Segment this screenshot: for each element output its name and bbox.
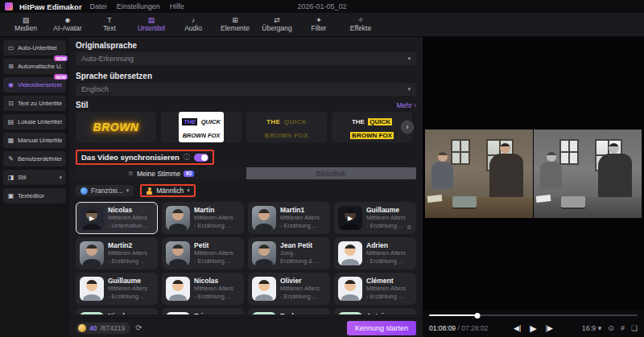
voice-card[interactable]: Martin1 Mittleren Alters - Erzählung ... bbox=[248, 202, 330, 234]
original-language-select[interactable]: Auto-Erkennung ▾ bbox=[76, 52, 416, 65]
voice-card[interactable]: Martin2 Mittleren Alters - Erzählung ... bbox=[76, 237, 158, 269]
sidebar-item[interactable]: ⊞ Automatische U... NEW bbox=[3, 59, 66, 74]
toolbar-tab[interactable]: ▧ Medien bbox=[6, 13, 45, 37]
tab-my-voice[interactable]: ☆ Meine Stimme KI bbox=[76, 167, 246, 179]
avatar bbox=[166, 241, 190, 265]
toolbar-tab[interactable]: ⊞ Elemente bbox=[216, 13, 254, 37]
avatar bbox=[252, 241, 276, 265]
chevron-down-icon: ▾ bbox=[407, 55, 411, 62]
total-time: 07:28:02 bbox=[461, 324, 488, 332]
sidebar-item[interactable]: ◨ Stil ▾ bbox=[3, 170, 66, 185]
voice-card[interactable]: Antoine Jung - Informativ bbox=[334, 308, 416, 314]
sidebar-item-icon: ▭ bbox=[7, 44, 14, 51]
voice-card[interactable]: Tenko Jung - Erzählung & bbox=[248, 308, 330, 314]
voice-name: Martin2 bbox=[108, 241, 147, 249]
fullscreen-icon[interactable]: ❏ bbox=[631, 324, 638, 332]
voice-desc-line1: Mittleren Alters bbox=[194, 214, 233, 222]
voice-desc-line2: - Erzählung ... bbox=[194, 293, 233, 301]
translate-language-select[interactable]: Englisch ▾ bbox=[76, 83, 416, 96]
player-controls: 01:08:09 / 07:28:02 ◀| ▶ |▶ 16:9 ▾ ⊙ # ❏ bbox=[423, 310, 644, 337]
refresh-icon[interactable]: ⟳ bbox=[135, 323, 142, 332]
toolbar-tab[interactable]: ▤ Untertitel bbox=[132, 13, 171, 37]
voice-gender-dropdown[interactable]: Männlich ▾ bbox=[140, 184, 196, 197]
style-more-link[interactable]: Mehr › bbox=[396, 101, 416, 109]
voice-name: Jean Petit bbox=[280, 241, 319, 249]
sidebar-item-label: Benutzerdefiniert bbox=[18, 155, 62, 162]
voice-card[interactable]: Nicolas Jung - Unterhaltung bbox=[76, 308, 158, 314]
menu-item[interactable]: Datei bbox=[89, 2, 109, 10]
voice-card[interactable]: Olivier Mittleren Alters - Erzählung ... bbox=[248, 273, 330, 305]
subtitle-style-card[interactable]: BROWN bbox=[76, 112, 156, 142]
voice-card[interactable]: Adrien Mittleren Alters - Erzählung ... bbox=[334, 237, 416, 269]
sidebar-item[interactable]: ✎ Benutzerdefiniert bbox=[3, 151, 66, 166]
sidebar-item-icon: ▣ bbox=[7, 192, 14, 199]
voice-card[interactable]: Jean Petit Jung - Erzählung & ... bbox=[248, 237, 330, 269]
sync-video-toggle[interactable] bbox=[194, 154, 208, 162]
toolbar-tab[interactable]: ☻ AI-Avatar bbox=[48, 13, 87, 37]
voice-name: Antoine bbox=[366, 312, 392, 314]
sidebar-item[interactable]: ▣ Texteditor bbox=[3, 188, 66, 203]
voice-desc-line1: Mittleren Alters bbox=[280, 285, 320, 293]
style-strip-next-button[interactable]: › bbox=[401, 121, 414, 134]
voice-card[interactable]: Eric Mittleren Alters - Werbung bbox=[162, 308, 244, 314]
voice-desc-line1: Mittleren Alters bbox=[366, 285, 406, 293]
subtitle-style-card[interactable]: THE QUICK BROWN FOX bbox=[332, 112, 412, 142]
voice-name: Adrien bbox=[366, 241, 406, 249]
app-logo-icon bbox=[5, 2, 13, 10]
avatar: ▶ bbox=[338, 206, 362, 230]
seek-bar-handle[interactable] bbox=[474, 313, 480, 319]
voice-name: Martin1 bbox=[280, 206, 320, 214]
video-preview[interactable] bbox=[423, 37, 644, 310]
sidebar-item[interactable]: ▦ Manual Untertitel bbox=[3, 133, 66, 148]
toolbar-tab[interactable]: ✦ Filter bbox=[299, 13, 338, 37]
grid-icon[interactable]: # bbox=[621, 324, 625, 332]
start-recognition-button[interactable]: Kennung starten bbox=[347, 321, 416, 335]
sidebar-item[interactable]: ⊡ Text zu Untertiteln bbox=[3, 96, 66, 111]
next-frame-button[interactable]: |▶ bbox=[546, 324, 553, 332]
snapshot-icon[interactable]: ⊙ bbox=[608, 324, 614, 332]
voice-card[interactable]: Nicolas Mittleren Alters - Erzählung ... bbox=[162, 273, 244, 305]
favorite-star-icon[interactable]: ☆ bbox=[407, 224, 412, 231]
previous-frame-button[interactable]: ◀| bbox=[514, 324, 521, 332]
voice-card[interactable]: ▶ Guillaume Mittleren Alters - Erzählung… bbox=[334, 202, 416, 234]
voice-card[interactable]: Petit Mittleren Alters - Erzählung ... bbox=[162, 237, 244, 269]
play-icon: ▶ bbox=[338, 206, 362, 230]
toolbar-tab[interactable]: ♪ Audio bbox=[174, 13, 213, 37]
chevron-down-icon: ▾ bbox=[59, 175, 62, 181]
menu-item[interactable]: Hilfe bbox=[168, 2, 186, 10]
sidebar-item-label: Stil bbox=[18, 174, 27, 181]
ki-badge: KI bbox=[184, 171, 194, 177]
avatar bbox=[252, 277, 276, 301]
translate-language-value: Englisch bbox=[81, 85, 109, 93]
subtitle-style-card[interactable]: THE QUICK BROWN FOX bbox=[161, 112, 242, 142]
seek-bar[interactable] bbox=[429, 310, 638, 319]
subtitle-style-card[interactable]: THE QUICK BROWN FOX bbox=[246, 112, 327, 142]
play-button[interactable]: ▶ bbox=[530, 323, 536, 334]
toolbar-tab[interactable]: ⇄ Übergang bbox=[258, 13, 296, 37]
sidebar-item-icon: ◨ bbox=[7, 174, 14, 181]
avatar bbox=[80, 277, 104, 301]
voice-card[interactable]: Clément Mittleren Alters - Erzählung ... bbox=[334, 273, 416, 305]
voice-desc-line2: Erzählung & ... bbox=[280, 257, 319, 265]
aspect-ratio-select[interactable]: 16:9 ▾ bbox=[582, 324, 602, 332]
sidebar-item[interactable]: ◉ Videoübersetzer NEW bbox=[3, 77, 66, 92]
avatar bbox=[252, 312, 276, 314]
voice-card[interactable]: ▶ Nicolas Mittleren Alters - Unterhaltun… bbox=[76, 202, 158, 234]
voice-name: Olivier bbox=[280, 277, 320, 285]
toolbar-tab[interactable]: T Text bbox=[90, 13, 129, 37]
toolbar-tab[interactable]: ✧ Effekte bbox=[341, 13, 380, 37]
voice-card[interactable]: Martin Mittleren Alters - Erzählung ... bbox=[162, 202, 244, 234]
player-panel: Spieler 01:08:09 / 07:28: bbox=[423, 13, 644, 337]
voice-language-dropdown[interactable]: Französi... ▾ bbox=[76, 185, 134, 196]
voice-name: Tenko bbox=[280, 312, 312, 314]
voice-desc-line2: - Erzählung ... bbox=[194, 222, 233, 230]
sidebar-item[interactable]: ▤ Lokale Untertitel bbox=[3, 114, 66, 129]
app-name: HitPaw Edimakor bbox=[19, 2, 82, 11]
voice-name: Guillaume bbox=[366, 206, 406, 214]
sync-video-label: Das Video synchronisieren bbox=[81, 153, 180, 162]
tab-library[interactable]: Bibliothek bbox=[246, 167, 417, 179]
chevron-down-icon: ▾ bbox=[598, 324, 602, 332]
menu-item[interactable]: Einstellungen bbox=[115, 2, 162, 10]
sidebar-item[interactable]: ▭ Auto-Untertitel bbox=[3, 40, 66, 55]
voice-card[interactable]: Guillaume Mittleren Alters - Erzählung .… bbox=[76, 273, 158, 305]
